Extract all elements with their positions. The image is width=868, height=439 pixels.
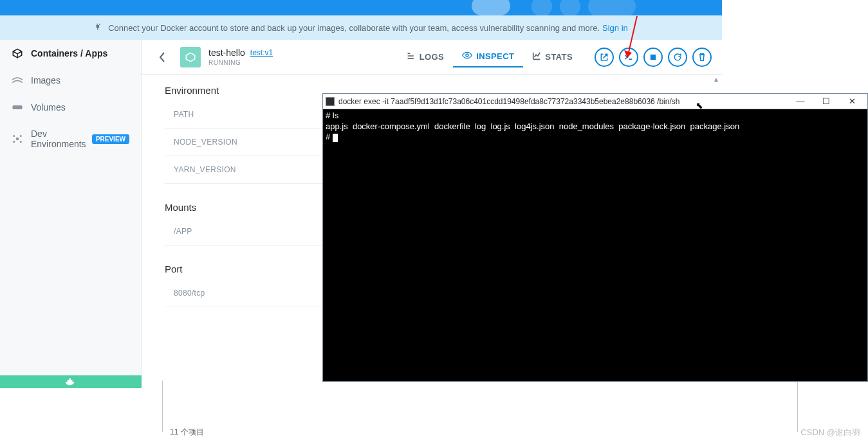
signin-banner: Connect your Docker account to store and… <box>0 15 722 40</box>
sidebar-item-label: Volumes <box>31 102 66 112</box>
terminal-window: docker exec -it 7aadf5f9d13d1fc73a06c401… <box>322 93 868 382</box>
content-header: test-hello test:v1 RUNNING LOGS INSPECT <box>142 40 722 75</box>
container-icon <box>180 47 201 67</box>
item-count: 11 个项目 <box>170 427 204 438</box>
sidebar-bottom-bar[interactable] <box>0 375 142 388</box>
header-pill-button[interactable] <box>472 0 510 15</box>
container-status: RUNNING <box>208 59 273 66</box>
watermark: CSDN @谢白羽 <box>800 427 860 438</box>
terminal-titlebar[interactable]: docker exec -it 7aadf5f9d13d1fc73a06c401… <box>323 94 867 109</box>
stop-button[interactable] <box>643 48 663 67</box>
back-button[interactable] <box>152 47 172 67</box>
svg-point-6 <box>466 54 468 57</box>
logs-icon <box>407 51 416 62</box>
svg-rect-7 <box>651 54 656 59</box>
preview-badge: PREVIEW <box>92 134 129 144</box>
whale-icon <box>64 377 78 387</box>
signin-link[interactable]: Sign in <box>602 23 628 33</box>
container-name: test-hello <box>208 48 245 58</box>
app-header <box>0 0 722 15</box>
header-circle-2[interactable] <box>560 0 580 17</box>
svg-point-1 <box>16 138 19 141</box>
svg-point-4 <box>13 141 15 143</box>
delete-button[interactable] <box>692 48 712 67</box>
sidebar-item-images[interactable]: Images <box>0 67 141 94</box>
sidebar-item-containers[interactable]: Containers / Apps <box>0 40 141 67</box>
maximize-button[interactable]: ☐ <box>813 94 839 109</box>
svg-point-3 <box>20 135 22 137</box>
sidebar-item-label: Images <box>31 75 60 85</box>
volumes-icon <box>12 102 23 113</box>
scroll-up-hint[interactable]: ▲ <box>713 76 719 83</box>
container-title-block: test-hello test:v1 RUNNING <box>208 48 273 66</box>
stats-icon <box>532 51 541 62</box>
sidebar-item-label: Containers / Apps <box>31 48 107 58</box>
header-wide-button[interactable] <box>588 0 636 17</box>
tab-inspect[interactable]: INSPECT <box>453 46 523 67</box>
container-actions <box>595 48 712 67</box>
terminal-body[interactable]: # ls app.js docker-compose.yml dockerfil… <box>323 109 867 144</box>
images-icon <box>12 75 23 86</box>
close-button[interactable]: ✕ <box>839 94 865 109</box>
tab-stats[interactable]: STATS <box>523 46 582 67</box>
svg-rect-0 <box>13 105 23 109</box>
sidebar-item-label: Dev Environments <box>31 129 88 149</box>
minimize-button[interactable]: — <box>788 94 813 109</box>
plug-icon <box>94 22 103 33</box>
terminal-icon <box>326 97 335 106</box>
container-tag-link[interactable]: test:v1 <box>250 48 273 57</box>
sidebar-item-volumes[interactable]: Volumes <box>0 94 141 121</box>
dev-env-icon <box>12 133 23 145</box>
restart-button[interactable] <box>668 48 687 67</box>
open-browser-button[interactable] <box>595 48 614 67</box>
inspect-icon <box>462 51 472 61</box>
svg-point-2 <box>13 135 15 137</box>
svg-point-5 <box>20 141 22 143</box>
containers-icon <box>12 48 23 59</box>
tab-logs[interactable]: LOGS <box>398 46 453 67</box>
sidebar-item-dev-env[interactable]: Dev Environments PREVIEW <box>0 121 141 157</box>
terminal-cursor <box>333 134 338 142</box>
header-circle-1[interactable] <box>531 0 552 17</box>
banner-text: Connect your Docker account to store and… <box>108 23 600 33</box>
sidebar: Containers / Apps Images Volumes Dev Env… <box>0 40 142 387</box>
bottom-panel-border <box>162 381 798 432</box>
terminal-title: docker exec -it 7aadf5f9d13d1fc73a06c401… <box>338 97 679 106</box>
tabs: LOGS INSPECT STATS <box>398 46 582 67</box>
cli-button[interactable] <box>619 48 638 67</box>
